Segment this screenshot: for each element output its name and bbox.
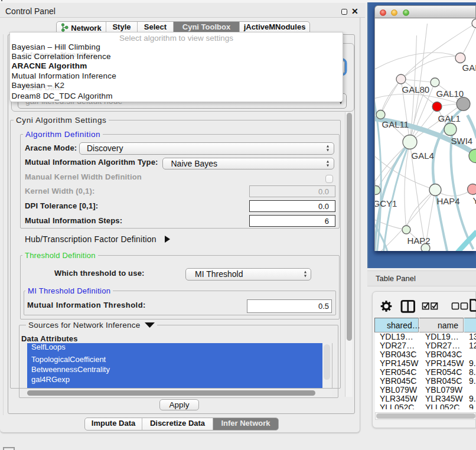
svg-text:GAL4: GAL4 (411, 151, 433, 161)
svg-text:GAL2: GAL2 (462, 63, 476, 73)
svg-text:Y: Y (472, 195, 476, 206)
svg-text:GAL80: GAL80 (402, 84, 429, 94)
svg-text:HAP2: HAP2 (407, 236, 430, 246)
svg-text:GAL10: GAL10 (436, 89, 464, 99)
svg-text:GAL11: GAL11 (382, 119, 409, 129)
svg-text:GAL1: GAL1 (438, 113, 460, 123)
svg-text:GCY1: GCY1 (375, 198, 397, 208)
svg-text:SWI4: SWI4 (451, 136, 472, 146)
svg-text:HAP4: HAP4 (436, 196, 459, 206)
